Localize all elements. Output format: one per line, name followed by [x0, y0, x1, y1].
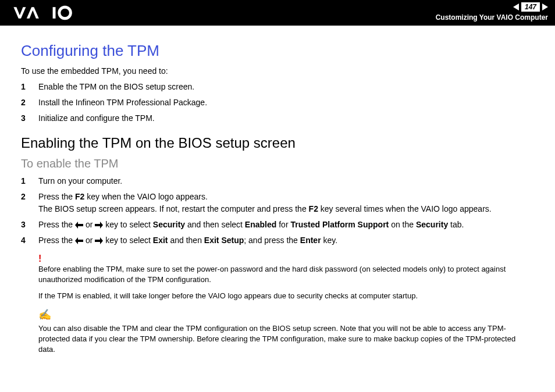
- page-title: Configuring the TPM: [21, 42, 534, 60]
- list-item: 3Initialize and configure the TPM.: [21, 112, 534, 124]
- steps-list-b: 1 Turn on your computer. 2 Press the F2 …: [21, 175, 534, 247]
- arrow-right-icon: [95, 222, 103, 229]
- next-page-icon[interactable]: [542, 3, 548, 10]
- list-item: 3 Press the or key to select Security an…: [21, 219, 534, 231]
- svg-rect-0: [53, 7, 56, 19]
- page-number: 147: [521, 2, 540, 12]
- list-item: 1Enable the TPM on the BIOS setup screen…: [21, 81, 534, 93]
- pen-icon: ✍: [38, 308, 534, 322]
- intro-text: To use the embedded TPM, you need to:: [21, 66, 534, 77]
- list-item: 2Install the Infineon TPM Professional P…: [21, 97, 534, 109]
- page-content: Configuring the TPM To use the embedded …: [0, 26, 555, 372]
- breadcrumb: Customizing Your VAIO Computer: [436, 13, 548, 22]
- list-item: 1 Turn on your computer.: [21, 175, 534, 187]
- list-item: 4 Press the or key to select Exit and th…: [21, 234, 534, 247]
- section-heading: Enabling the TPM on the BIOS setup scree…: [21, 135, 534, 151]
- steps-list-a: 1Enable the TPM on the BIOS setup screen…: [21, 81, 534, 124]
- prev-page-icon[interactable]: [513, 3, 519, 10]
- sub-heading: To enable the TPM: [21, 157, 534, 170]
- info-note: If the TPM is enabled, it will take long…: [38, 291, 534, 301]
- arrow-left-icon: [75, 237, 83, 244]
- warning-icon: !: [38, 252, 534, 265]
- arrow-right-icon: [95, 237, 103, 244]
- warning-note: ! Before enabling the TPM, make sure to …: [38, 252, 534, 286]
- arrow-left-icon: [75, 222, 83, 229]
- list-item: 2 Press the F2 key when the VAIO logo ap…: [21, 191, 534, 215]
- tip-note: ✍ You can also disable the TPM and clear…: [38, 308, 534, 355]
- vaio-logo: [10, 5, 80, 21]
- svg-point-1: [59, 7, 71, 19]
- page-nav: 147 Customizing Your VAIO Computer: [436, 2, 548, 22]
- header-bar: 147 Customizing Your VAIO Computer: [0, 0, 555, 26]
